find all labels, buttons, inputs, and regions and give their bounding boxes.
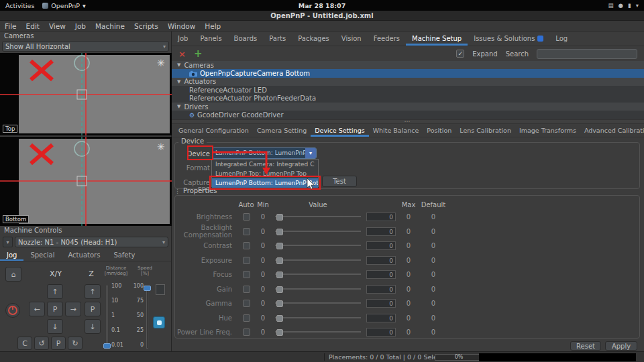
- menu-view[interactable]: View: [44, 22, 70, 30]
- property-value-input[interactable]: 0: [366, 285, 396, 294]
- property-value-input[interactable]: 0: [366, 256, 396, 265]
- distance-slider-handle[interactable]: [103, 343, 111, 349]
- tab-feeders[interactable]: Feeders: [368, 32, 406, 46]
- expander-icon[interactable]: ▼: [177, 79, 180, 84]
- bottom-camera-view[interactable]: ✳ Bottom: [0, 137, 172, 226]
- tab-vision[interactable]: Vision: [335, 32, 368, 46]
- distance-slider-track[interactable]: [106, 286, 108, 349]
- menu-file[interactable]: File: [0, 22, 21, 30]
- drag-handle-icon[interactable]: ⋮: [174, 188, 180, 194]
- tab-packages[interactable]: Packages: [292, 32, 335, 46]
- jog-x-minus-button[interactable]: ←: [29, 302, 45, 316]
- auto-checkbox[interactable]: [243, 314, 250, 322]
- jog-z-minus-button[interactable]: ↓: [85, 319, 101, 334]
- camera-position-icon[interactable]: [153, 316, 165, 328]
- tab-machine-setup[interactable]: Machine Setup: [406, 32, 468, 46]
- property-slider[interactable]: [275, 213, 361, 221]
- property-value-input[interactable]: 0: [366, 213, 396, 221]
- apply-button[interactable]: Apply: [605, 341, 637, 351]
- menu-job[interactable]: Job: [70, 22, 91, 30]
- rotate-ccw-button[interactable]: ↺: [34, 337, 49, 350]
- clock[interactable]: Mar 28 18:07: [299, 2, 346, 9]
- expand-checkbox[interactable]: ✓: [456, 50, 464, 58]
- property-slider[interactable]: [275, 270, 361, 278]
- auto-checkbox[interactable]: [243, 228, 250, 235]
- menu-window[interactable]: Window: [163, 22, 200, 30]
- tree-node-capture-camera-bottom[interactable]: OpenPnpCaptureCamera Bottom: [172, 69, 644, 77]
- property-slider[interactable]: [275, 241, 361, 249]
- tree-node-actuator-photonfeederdata[interactable]: ReferenceActuator PhotonFeederData: [172, 95, 644, 103]
- property-slider[interactable]: [275, 285, 361, 293]
- home-button[interactable]: ⌂: [5, 267, 21, 282]
- rotate-cw-button[interactable]: ↻: [68, 337, 83, 350]
- tab-issues-solutions[interactable]: Issues & Solutions: [468, 32, 549, 46]
- tab-log[interactable]: Log: [549, 32, 574, 46]
- device-option-lumenpnp-top[interactable]: LumenPnP Top: LumenPnP Top: [212, 169, 318, 178]
- property-slider[interactable]: [275, 227, 361, 235]
- tab-device-settings[interactable]: Device Settings: [311, 124, 368, 137]
- tab-general-configuration[interactable]: General Configuration: [174, 124, 253, 137]
- property-slider[interactable]: [275, 328, 361, 336]
- tab-advanced-calibration[interactable]: Advanced Calibration: [580, 124, 644, 137]
- power-button[interactable]: [5, 303, 20, 318]
- camera-view-mode-dropdown[interactable]: Show All Horizontal ▾: [2, 41, 169, 52]
- menu-scripts[interactable]: Scripts: [129, 22, 163, 30]
- tab-panels[interactable]: Panels: [194, 32, 227, 46]
- tab-parts[interactable]: Parts: [263, 32, 292, 46]
- camera-settings-icon[interactable]: ✳: [157, 58, 165, 68]
- property-value-input[interactable]: 0: [366, 227, 396, 236]
- position-z-button[interactable]: P: [85, 302, 101, 316]
- expander-icon[interactable]: ▼: [177, 104, 180, 109]
- speed-slider-track[interactable]: [146, 286, 148, 349]
- property-value-input[interactable]: 0: [366, 270, 396, 279]
- tab-job[interactable]: Job: [172, 32, 194, 46]
- system-tray[interactable]: ▤ ● ▮ ▾: [608, 2, 644, 9]
- expander-icon[interactable]: ▼: [177, 62, 180, 68]
- auto-checkbox[interactable]: [243, 271, 250, 278]
- nozzle-selector-dropdown[interactable]: Nozzle: N1 - N045 (Head: H1) ▾: [15, 237, 168, 247]
- tab-jog[interactable]: Jog: [0, 249, 23, 261]
- tab-position[interactable]: Position: [423, 124, 455, 137]
- property-value-input[interactable]: 0: [366, 299, 396, 308]
- auto-checkbox[interactable]: [243, 257, 250, 264]
- tab-special[interactable]: Special: [23, 249, 61, 261]
- device-option-integrated-camera[interactable]: Integrated Camera: Integrated C: [212, 160, 318, 169]
- tree-node-actuators[interactable]: ▼ Actuators: [172, 78, 644, 86]
- tab-white-balance[interactable]: White Balance: [369, 124, 423, 137]
- tab-lens-calibration[interactable]: Lens Calibration: [455, 124, 515, 137]
- tab-boards[interactable]: Boards: [228, 32, 264, 46]
- speed-spinner[interactable]: [156, 284, 165, 295]
- nozzle-menu-button[interactable]: ▾: [3, 237, 13, 247]
- auto-checkbox[interactable]: [243, 286, 250, 293]
- test-button[interactable]: Test: [322, 176, 357, 187]
- menu-edit[interactable]: Edit: [21, 22, 44, 30]
- jog-z-plus-button[interactable]: ↑: [85, 284, 101, 299]
- tab-actuators[interactable]: Actuators: [61, 249, 107, 261]
- tree-node-drivers[interactable]: ▼ Drivers: [172, 103, 644, 111]
- position-c-button[interactable]: P: [51, 337, 66, 350]
- menu-help[interactable]: Help: [200, 22, 225, 30]
- property-slider[interactable]: [275, 314, 361, 322]
- activities-button[interactable]: Activities: [5, 2, 34, 9]
- position-xy-button[interactable]: P: [47, 302, 63, 316]
- tree-node-cameras[interactable]: ▼ Cameras: [172, 61, 644, 69]
- app-indicator[interactable]: OpenPnP ▾: [42, 2, 85, 9]
- delete-button[interactable]: ×: [178, 49, 186, 59]
- property-value-input[interactable]: 0: [366, 328, 396, 337]
- device-dropdown[interactable]: LumenPnP Bottom: LumenPnP Botto ▾: [212, 147, 317, 159]
- top-camera-view[interactable]: ✳ Top: [0, 53, 172, 135]
- rotate-c-button[interactable]: C: [17, 337, 32, 350]
- panel-splitter[interactable]: ⋯: [172, 119, 644, 124]
- auto-checkbox[interactable]: [243, 328, 250, 336]
- property-value-input[interactable]: 0: [366, 314, 396, 322]
- property-value-input[interactable]: 0: [366, 241, 396, 250]
- property-slider[interactable]: [275, 256, 361, 264]
- tab-image-transforms[interactable]: Image Transforms: [515, 124, 580, 137]
- tab-camera-setting[interactable]: Camera Setting: [253, 124, 311, 137]
- auto-checkbox[interactable]: [243, 300, 250, 307]
- auto-checkbox[interactable]: [243, 213, 250, 221]
- add-button[interactable]: +: [194, 48, 203, 60]
- search-input[interactable]: [537, 49, 637, 59]
- window-titlebar[interactable]: OpenPnP - Untitled.job.xml: [0, 11, 644, 21]
- camera-settings-icon[interactable]: ✳: [157, 141, 165, 152]
